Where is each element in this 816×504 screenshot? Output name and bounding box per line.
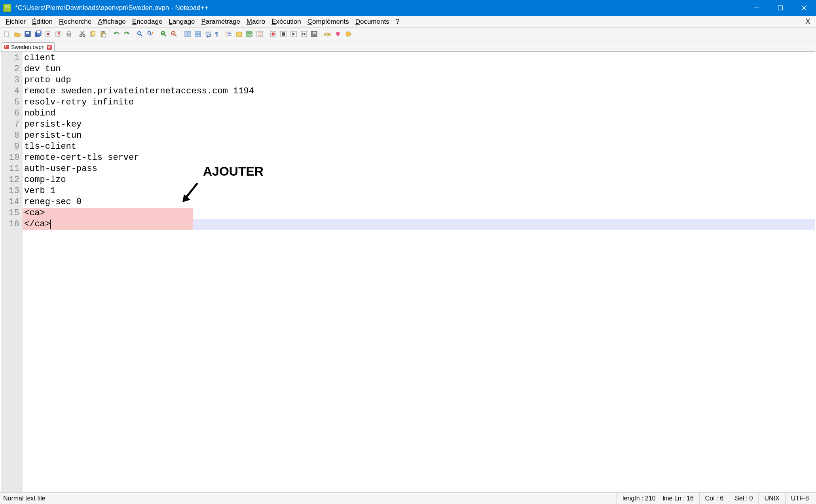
find-button[interactable] <box>135 29 145 39</box>
code-line[interactable]: comp-lzo <box>23 174 815 186</box>
spell-button[interactable]: abc <box>323 29 332 39</box>
code-line[interactable]: remote sweden.privateinternetaccess.com … <box>23 86 815 97</box>
sync-h-button[interactable] <box>193 29 203 39</box>
menu-documents[interactable]: Documents <box>352 17 393 27</box>
menu-langage[interactable]: Langage <box>165 17 198 27</box>
save-button[interactable] <box>23 29 32 39</box>
status-filetype: Normal text file <box>2 495 617 502</box>
open-file-button[interactable] <box>13 29 22 39</box>
line-number: 7 <box>5 119 19 130</box>
save-macro-button[interactable] <box>309 29 319 39</box>
copy-button[interactable] <box>88 29 97 39</box>
code-line[interactable]: tls-client <box>23 141 815 152</box>
line-number: 15 <box>5 208 19 219</box>
tabbar: Sweden.ovpn <box>0 40 816 51</box>
func-list-button[interactable] <box>255 29 264 39</box>
line-number-gutter: 12345678910111213141516 <box>1 52 23 492</box>
window-buttons <box>745 0 816 16</box>
menu-macro[interactable]: Macro <box>243 17 268 27</box>
titlebar[interactable]: *C:\Users\Pierre\Downloads\openvpn\Swede… <box>0 0 816 16</box>
svg-line-23 <box>81 31 84 35</box>
menu-execution[interactable]: Exécution <box>268 17 304 27</box>
tab-close-icon[interactable] <box>47 45 52 50</box>
stop-button[interactable] <box>279 29 288 39</box>
close-button[interactable] <box>44 29 53 39</box>
undo-button[interactable] <box>112 29 121 39</box>
menu-recherche[interactable]: Recherche <box>56 17 95 27</box>
zoom-in-button[interactable] <box>159 29 169 39</box>
code-line[interactable]: <ca> <box>23 208 815 219</box>
code-line[interactable]: remote-cert-tls server <box>23 152 815 163</box>
svg-rect-1 <box>778 6 783 10</box>
menu-affichage[interactable]: Affichage <box>95 17 129 27</box>
wrap-button[interactable] <box>203 29 213 39</box>
heart-button[interactable] <box>333 29 343 39</box>
replace-button[interactable] <box>146 29 155 39</box>
line-number: 16 <box>5 219 19 230</box>
line-number: 8 <box>5 130 19 141</box>
code-line[interactable]: persist-key <box>23 119 815 130</box>
code-line[interactable]: auth-user-pass <box>23 163 815 174</box>
save-all-button[interactable] <box>33 29 43 39</box>
svg-point-63 <box>271 32 275 36</box>
svg-line-37 <box>165 34 167 36</box>
code-line[interactable]: reneg-sec 0 <box>23 197 815 208</box>
tab-label: Sweden.ovpn <box>11 44 45 50</box>
app-icon <box>3 4 11 12</box>
line-number: 6 <box>5 108 19 119</box>
print-button[interactable] <box>64 29 74 39</box>
code-line[interactable]: </ca> <box>23 219 815 230</box>
line-number: 3 <box>5 75 19 86</box>
menubar-close-x[interactable]: X <box>802 17 814 26</box>
maximize-button[interactable] <box>769 0 792 16</box>
text-cursor <box>50 220 51 229</box>
line-number: 9 <box>5 141 19 152</box>
tab-sweden-ovpn[interactable]: Sweden.ovpn <box>2 42 55 51</box>
window-title: *C:\Users\Pierre\Downloads\openvpn\Swede… <box>14 4 745 12</box>
paste-button[interactable] <box>98 29 108 39</box>
editor-area: 12345678910111213141516 AJOUTER clientde… <box>1 51 815 492</box>
redo-button[interactable] <box>122 29 131 39</box>
cut-button[interactable] <box>78 29 87 39</box>
minimize-button[interactable] <box>745 0 769 16</box>
menu-fichier[interactable]: Fichier <box>2 17 29 27</box>
status-sel: Sel : 0 <box>729 493 758 504</box>
close-button[interactable] <box>792 0 816 16</box>
svg-point-34 <box>148 31 151 34</box>
new-file-button[interactable] <box>2 29 12 39</box>
doc-map-button[interactable] <box>245 29 254 39</box>
close-all-button[interactable] <box>54 29 63 39</box>
code-line[interactable]: verb 1 <box>23 186 815 197</box>
editor[interactable]: 12345678910111213141516 AJOUTER clientde… <box>1 52 815 492</box>
code-line[interactable]: proto udp <box>23 75 815 86</box>
line-number: 14 <box>5 197 19 208</box>
status-eol: UNIX <box>758 493 785 504</box>
play-multi-button[interactable] <box>299 29 309 39</box>
code-line[interactable]: dev tun <box>23 64 815 75</box>
code-line[interactable]: nobind <box>23 108 815 119</box>
menu-encodage[interactable]: Encodage <box>129 17 166 27</box>
svg-rect-19 <box>67 32 70 34</box>
svg-rect-10 <box>37 31 40 33</box>
app-window: *C:\Users\Pierre\Downloads\openvpn\Swede… <box>0 0 816 504</box>
menu-complements[interactable]: Compléments <box>304 17 352 27</box>
show-all-button[interactable]: ¶ <box>214 29 223 39</box>
svg-rect-57 <box>247 31 252 37</box>
code-line[interactable]: persist-tun <box>23 130 815 141</box>
code-line[interactable]: client <box>23 53 815 64</box>
donate-button[interactable] <box>343 29 353 39</box>
code-column[interactable]: AJOUTER clientdev tunproto udpremote swe… <box>23 52 815 492</box>
menu-parametrage[interactable]: Paramétrage <box>198 17 243 27</box>
svg-rect-46 <box>195 34 201 37</box>
svg-line-24 <box>81 31 83 35</box>
code-line[interactable]: resolv-retry infinite <box>23 97 815 108</box>
menu-edition[interactable]: Édition <box>29 17 56 27</box>
play-button[interactable] <box>289 29 298 39</box>
indent-guide-button[interactable] <box>224 29 233 39</box>
record-button[interactable] <box>268 29 278 39</box>
sync-v-button[interactable] <box>183 29 192 39</box>
folder-button[interactable] <box>234 29 244 39</box>
line-number: 10 <box>5 152 19 163</box>
zoom-out-button[interactable] <box>169 29 179 39</box>
menu-[interactable]: ? <box>393 17 402 27</box>
